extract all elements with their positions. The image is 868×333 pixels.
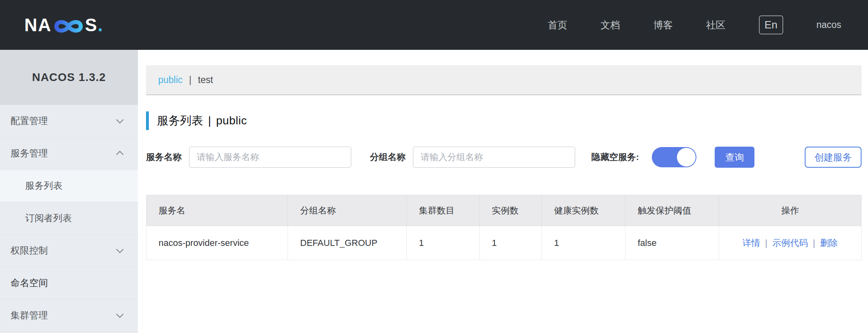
cell-instance-count: 1 bbox=[479, 226, 541, 260]
logo-text-s: S bbox=[85, 15, 98, 35]
namespace-tab-public[interactable]: public bbox=[158, 75, 183, 85]
sidebar-menu: 配置管理 服务管理 服务列表 订阅者列表 权限控制 命 bbox=[0, 105, 138, 332]
username[interactable]: nacos bbox=[816, 19, 841, 30]
language-toggle-button[interactable]: En bbox=[759, 15, 783, 34]
query-button[interactable]: 查询 bbox=[715, 147, 754, 168]
sample-code-link[interactable]: 示例代码 bbox=[772, 238, 808, 248]
namespace-tab-test[interactable]: test bbox=[198, 75, 213, 85]
sidebar-item-service-management[interactable]: 服务管理 bbox=[0, 137, 138, 170]
table-row: nacos-provider-service DEFAULT_GROUP 1 1… bbox=[146, 226, 862, 260]
nacos-console: NA S . 首页 文档 博客 社区 En nacos bbox=[0, 0, 868, 333]
nav-blog[interactable]: 博客 bbox=[653, 19, 673, 32]
create-service-button[interactable]: 创建服务 bbox=[805, 147, 862, 168]
page-title-text: 服务列表 bbox=[157, 114, 203, 127]
sidebar-item-namespace[interactable]: 命名空间 bbox=[0, 267, 138, 299]
cell-operations: 详情|示例代码|删除 bbox=[719, 226, 862, 260]
service-table: 服务名 分组名称 集群数目 实例数 健康实例数 触发保护阈值 操作 nacos-… bbox=[146, 195, 862, 260]
col-protect-threshold: 触发保护阈值 bbox=[625, 195, 719, 226]
chevron-up-icon bbox=[116, 151, 123, 158]
sidebar: NACOS 1.3.2 配置管理 服务管理 服务列表 订阅者列表 权限控制 bbox=[0, 50, 138, 333]
logo-text-na: NA bbox=[24, 15, 52, 35]
hide-empty-service-label: 隐藏空服务: bbox=[591, 151, 639, 163]
nav-community[interactable]: 社区 bbox=[706, 19, 726, 32]
cell-group-name: DEFAULT_GROUP bbox=[288, 226, 407, 260]
namespace-separator: | bbox=[189, 75, 191, 85]
sidebar-item-service-list[interactable]: 服务列表 bbox=[0, 170, 138, 202]
main-content: public | test 服务列表|public 服务名称 分组名称 隐藏空服… bbox=[138, 50, 868, 333]
chevron-down-icon bbox=[116, 245, 123, 253]
sidebar-item-subscriber-list[interactable]: 订阅者列表 bbox=[0, 202, 138, 235]
delete-link[interactable]: 删除 bbox=[820, 238, 838, 248]
service-name-label: 服务名称 bbox=[146, 151, 182, 163]
nav-docs[interactable]: 文档 bbox=[601, 19, 620, 32]
filter-bar: 服务名称 分组名称 隐藏空服务: 查询 创建服务 bbox=[146, 147, 862, 168]
nacos-logo[interactable]: NA S . bbox=[24, 15, 103, 35]
top-header: NA S . 首页 文档 博客 社区 En nacos bbox=[0, 0, 868, 50]
col-cluster-count: 集群数目 bbox=[406, 195, 479, 226]
chevron-down-icon bbox=[116, 116, 123, 123]
cell-service-name: nacos-provider-service bbox=[146, 226, 288, 260]
sidebar-item-permission-control[interactable]: 权限控制 bbox=[0, 235, 138, 267]
cell-protect-threshold: false bbox=[625, 226, 719, 260]
cell-healthy-instance-count: 1 bbox=[541, 226, 625, 260]
service-name-input[interactable] bbox=[189, 147, 351, 168]
infinity-icon bbox=[51, 17, 86, 35]
group-name-input[interactable] bbox=[413, 147, 575, 168]
col-operations: 操作 bbox=[719, 195, 862, 226]
table-header: 服务名 分组名称 集群数目 实例数 健康实例数 触发保护阈值 操作 bbox=[146, 195, 862, 226]
col-healthy-instance-count: 健康实例数 bbox=[541, 195, 625, 226]
logo-dot: . bbox=[98, 15, 103, 35]
namespace-tab-bar: public | test bbox=[146, 65, 862, 95]
col-group-name: 分组名称 bbox=[288, 195, 407, 226]
group-name-label: 分组名称 bbox=[370, 151, 406, 163]
hide-empty-service-toggle[interactable] bbox=[652, 147, 696, 167]
sidebar-item-config-management[interactable]: 配置管理 bbox=[0, 105, 138, 137]
chevron-down-icon bbox=[116, 310, 123, 318]
col-service-name: 服务名 bbox=[146, 195, 288, 226]
toggle-knob bbox=[677, 147, 696, 167]
page-title: 服务列表|public bbox=[146, 111, 862, 130]
page-title-namespace: public bbox=[216, 114, 247, 127]
sidebar-version: NACOS 1.3.2 bbox=[0, 50, 138, 105]
detail-link[interactable]: 详情 bbox=[742, 238, 760, 248]
title-accent-bar bbox=[146, 111, 149, 130]
cell-cluster-count: 1 bbox=[406, 226, 479, 260]
sidebar-item-cluster-management[interactable]: 集群管理 bbox=[0, 299, 138, 332]
nav-home[interactable]: 首页 bbox=[548, 19, 567, 32]
top-nav: 首页 文档 博客 社区 En nacos bbox=[548, 15, 841, 34]
col-instance-count: 实例数 bbox=[479, 195, 541, 226]
